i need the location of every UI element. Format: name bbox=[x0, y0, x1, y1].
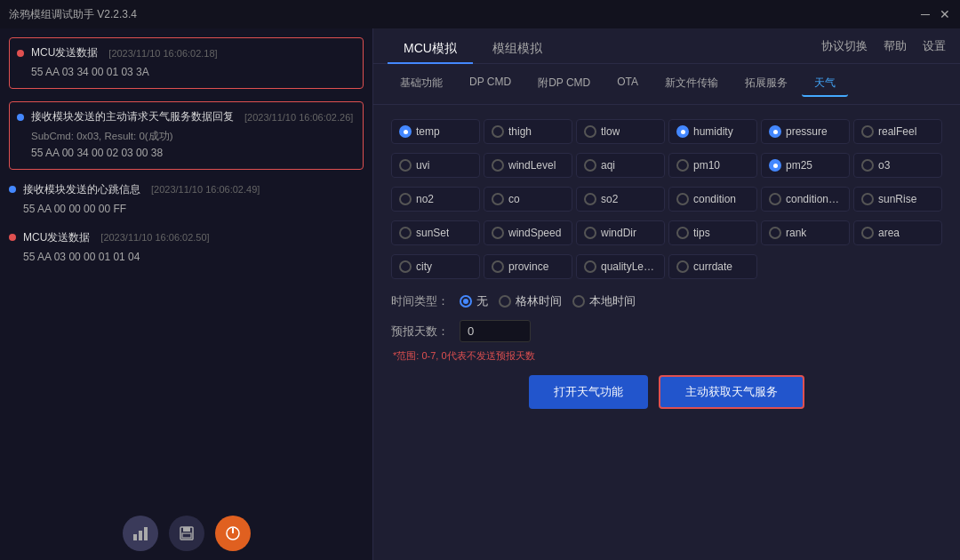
sub-tab-new-file[interactable]: 新文件传输 bbox=[652, 71, 731, 97]
checkbox-circle-realFeel bbox=[861, 125, 874, 138]
checkbox-area[interactable]: area bbox=[853, 220, 942, 245]
checkbox-label-tlow: tlow bbox=[601, 125, 620, 138]
main-tabs: MCU模拟 模组模拟 bbox=[388, 36, 558, 63]
checkbox-sunRise[interactable]: sunRise bbox=[853, 187, 942, 212]
save-button[interactable] bbox=[169, 516, 204, 551]
checkbox-qualityLevel[interactable]: qualityLevel bbox=[576, 254, 665, 279]
checkbox-pm25[interactable]: pm25 bbox=[761, 153, 850, 178]
checkbox-condition[interactable]: condition bbox=[668, 187, 757, 212]
checkbox-pressure[interactable]: pressure bbox=[761, 119, 850, 144]
checkbox-label-tips: tips bbox=[693, 227, 710, 239]
checkbox-tlow[interactable]: tlow bbox=[576, 119, 665, 144]
time-type-label: 时间类型： bbox=[391, 293, 449, 309]
checkbox-co[interactable]: co bbox=[484, 187, 572, 212]
fetch-weather-button[interactable]: 主动获取天气服务 bbox=[659, 375, 804, 409]
checkbox-windLevel[interactable]: windLevel bbox=[484, 153, 572, 178]
content-area: tempthightlowhumiditypressurerealFeeluvi… bbox=[373, 105, 960, 560]
checkbox-label-uvi: uvi bbox=[416, 159, 429, 172]
save-icon bbox=[179, 525, 195, 541]
checkbox-conditionNum[interactable]: conditionNum bbox=[761, 187, 850, 212]
checkbox-circle-pm10 bbox=[676, 159, 689, 172]
checkbox-circle-so2 bbox=[584, 193, 596, 205]
log-dot-blue-3 bbox=[9, 186, 16, 193]
checkbox-city[interactable]: city bbox=[391, 254, 480, 279]
checkbox-circle-humidity bbox=[676, 125, 689, 138]
checkbox-rank[interactable]: rank bbox=[761, 220, 850, 245]
sub-tabs: 基础功能 DP CMD 附DP CMD OTA 新文件传输 拓展服务 天气 bbox=[373, 64, 960, 105]
checkbox-so2[interactable]: so2 bbox=[576, 187, 665, 212]
checkbox-windDir[interactable]: windDir bbox=[576, 220, 665, 245]
checkbox-circle-pressure bbox=[769, 125, 781, 138]
checkbox-realFeel[interactable]: realFeel bbox=[853, 119, 942, 144]
checkbox-label-o3: o3 bbox=[878, 159, 890, 172]
checkbox-thigh[interactable]: thigh bbox=[484, 119, 572, 144]
checkbox-windSpeed[interactable]: windSpeed bbox=[484, 220, 572, 245]
sub-tab-basic[interactable]: 基础功能 bbox=[388, 71, 455, 97]
checkbox-o3[interactable]: o3 bbox=[853, 153, 942, 178]
radio-none[interactable]: 无 bbox=[460, 293, 488, 309]
protocol-switch-action[interactable]: 协议切换 bbox=[821, 38, 868, 54]
svg-rect-0 bbox=[133, 534, 137, 540]
help-action[interactable]: 帮助 bbox=[884, 38, 907, 54]
checkbox-label-no2: no2 bbox=[416, 193, 434, 205]
checkbox-label-pressure: pressure bbox=[786, 125, 828, 138]
log-entry-4: MCU发送数据 [2023/11/10 16:06:02.50] 55 AA 0… bbox=[9, 230, 364, 266]
close-button[interactable]: ✕ bbox=[939, 8, 951, 20]
checkbox-label-pm10: pm10 bbox=[693, 159, 720, 172]
radio-greenwich[interactable]: 格林时间 bbox=[499, 293, 562, 309]
window-controls: ─ ✕ bbox=[919, 8, 951, 20]
sub-tab-ota[interactable]: OTA bbox=[604, 71, 651, 97]
settings-action[interactable]: 设置 bbox=[923, 38, 946, 54]
checkbox-circle-sunRise bbox=[861, 193, 874, 205]
log-dot-blue-2 bbox=[17, 114, 24, 121]
checkbox-label-rank: rank bbox=[786, 227, 806, 239]
checkbox-pm10[interactable]: pm10 bbox=[668, 153, 757, 178]
checkbox-label-sunRise: sunRise bbox=[878, 193, 916, 205]
checkbox-label-area: area bbox=[878, 227, 900, 239]
checkbox-label-humidity: humidity bbox=[693, 125, 733, 138]
checkbox-temp[interactable]: temp bbox=[391, 119, 480, 144]
checkbox-label-realFeel: realFeel bbox=[878, 125, 916, 138]
log-title-3: 接收模块发送的心跳信息 bbox=[23, 182, 140, 197]
sub-tab-attach-dp[interactable]: 附DP CMD bbox=[525, 71, 603, 97]
checkbox-uvi[interactable]: uvi bbox=[391, 153, 480, 178]
checkbox-no2[interactable]: no2 bbox=[391, 187, 480, 212]
stop-button[interactable] bbox=[215, 516, 251, 551]
log-entry-1: MCU发送数据 [2023/11/10 16:06:02.18] 55 AA 0… bbox=[9, 37, 364, 89]
radio-none-label: 无 bbox=[476, 293, 488, 309]
stop-icon bbox=[225, 525, 241, 541]
radio-local-circle bbox=[572, 295, 585, 308]
svg-rect-2 bbox=[144, 527, 148, 540]
checkbox-aqi[interactable]: aqi bbox=[576, 153, 665, 178]
titlebar: 涂鸦模组调试助手 V2.2.3.4 ─ ✕ bbox=[0, 0, 960, 28]
time-type-row: 时间类型： 无 格林时间 本地时间 bbox=[391, 293, 942, 309]
sub-tab-expand[interactable]: 拓展服务 bbox=[732, 71, 800, 97]
checkbox-humidity[interactable]: humidity bbox=[668, 119, 757, 144]
radio-local[interactable]: 本地时间 bbox=[572, 293, 636, 309]
checkbox-currdate[interactable]: currdate bbox=[668, 254, 757, 279]
checkbox-label-aqi: aqi bbox=[601, 159, 615, 172]
checkbox-circle-conditionNum bbox=[769, 193, 781, 205]
forecast-input[interactable] bbox=[460, 320, 531, 342]
checkbox-tips[interactable]: tips bbox=[668, 220, 757, 245]
tab-module-sim[interactable]: 模组模拟 bbox=[476, 36, 558, 64]
svg-rect-5 bbox=[182, 533, 191, 538]
checkbox-province[interactable]: province bbox=[484, 254, 572, 279]
chart-icon bbox=[132, 525, 148, 541]
checkbox-circle-tlow bbox=[584, 125, 596, 138]
checkbox-label-currdate: currdate bbox=[693, 260, 732, 273]
checkbox-circle-rank bbox=[769, 227, 781, 239]
sub-tab-dp-cmd[interactable]: DP CMD bbox=[457, 71, 524, 97]
checkbox-label-windLevel: windLevel bbox=[508, 159, 556, 172]
chart-button[interactable] bbox=[123, 516, 158, 551]
top-tabs: MCU模拟 模组模拟 协议切换 帮助 设置 bbox=[373, 28, 960, 64]
sub-tab-weather[interactable]: 天气 bbox=[802, 71, 848, 97]
log-header-3: 接收模块发送的心跳信息 [2023/11/10 16:06:02.49] bbox=[9, 182, 364, 197]
checkbox-circle-uvi bbox=[399, 159, 412, 172]
checkbox-label-qualityLevel: qualityLevel bbox=[601, 260, 657, 273]
open-weather-button[interactable]: 打开天气功能 bbox=[529, 375, 648, 409]
minimize-button[interactable]: ─ bbox=[919, 8, 932, 20]
tab-mcu-sim[interactable]: MCU模拟 bbox=[388, 36, 473, 64]
checkbox-sunSet[interactable]: sunSet bbox=[391, 220, 480, 245]
log-content-4: 55 AA 03 00 00 01 01 04 bbox=[23, 249, 364, 266]
